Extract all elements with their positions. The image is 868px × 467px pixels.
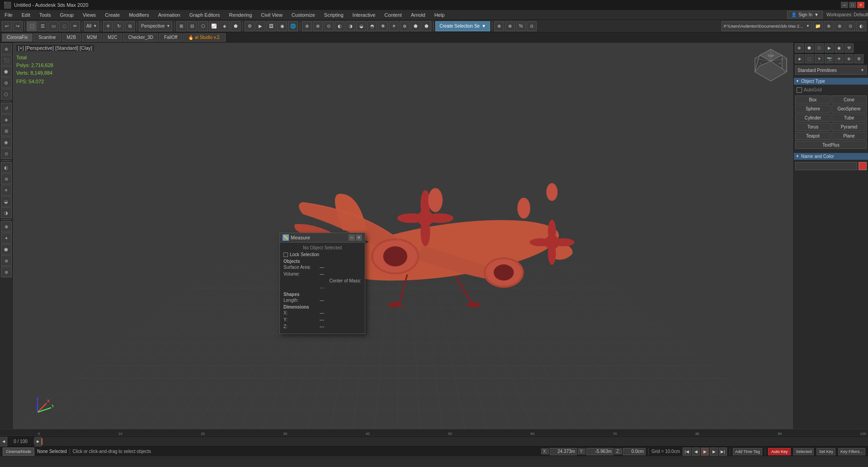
menu-animation[interactable]: Animation [154,10,185,19]
lt-btn-17[interactable]: ✦ [1,233,12,243]
sphere-button[interactable]: Sphere [795,105,830,113]
teapot-button[interactable]: Teapot [795,132,830,140]
timeline-next-btn[interactable]: ▶ [34,437,42,447]
tool12-button[interactable]: ⬟ [421,21,431,31]
lt-btn-13[interactable]: ☀ [1,185,12,195]
rp-modify-icon[interactable]: ⬟ [805,43,814,52]
set-key-button[interactable]: Set Key [816,448,835,455]
scale-button[interactable]: ⧉ [125,21,135,31]
rotate-button[interactable]: ↻ [114,21,124,31]
box-button[interactable]: Box [795,95,830,104]
rp-helpers-icon[interactable]: ✛ [835,54,844,63]
select-by-name-button[interactable]: ☰ [38,21,47,31]
pyramid-button[interactable]: Pyramid [831,123,867,131]
angle-snap-button[interactable]: ⊗ [505,21,515,31]
rp-utilities-icon[interactable]: ⚒ [844,43,854,52]
tab-coronafix[interactable]: CoronaFix [2,33,33,42]
tool2-button[interactable]: ⊗ [313,21,323,31]
tool1-button[interactable]: ⊕ [302,21,312,31]
rp-create-icon[interactable]: ⊕ [795,43,804,52]
menu-customize[interactable]: Customize [287,10,320,19]
filter-dropdown[interactable]: All ▼ [84,21,99,31]
menu-views[interactable]: Views [78,10,100,19]
lt-btn-3[interactable]: ⬟ [1,66,12,77]
rp-motion-icon[interactable]: ▶ [825,43,834,52]
goto-start-button[interactable]: |◀ [683,448,691,456]
viewport[interactable]: [+] [Perspective] [Standard] [Clay] Tota… [13,43,793,429]
coord-z-input[interactable] [623,448,646,455]
geosphere-button[interactable]: GeoSphere [831,105,867,113]
play-button[interactable]: ▶ [701,448,709,456]
title-bar-controls[interactable]: ─ □ ✕ [841,2,864,8]
rt2-button[interactable]: ⊗ [835,21,844,31]
render-button[interactable]: ▶ [255,21,265,31]
menu-help[interactable]: Help [430,10,449,19]
curve-editor-button[interactable]: 📈 [209,21,219,31]
rp-hierarchy-icon[interactable]: ⬡ [815,43,824,52]
prev-frame-button[interactable]: ◀ [692,448,700,456]
rp-shapes-icon[interactable]: ⬚ [805,54,814,63]
tab-m2m[interactable]: M2M [82,33,102,42]
layer-button[interactable]: ⬡ [198,21,208,31]
lt-btn-5[interactable]: ⬡ [1,89,12,100]
minimize-button[interactable]: ─ [841,2,848,8]
tool11-button[interactable]: ⬟ [410,21,420,31]
plane-button[interactable]: Plane [831,132,867,140]
environment-button[interactable]: 🌐 [288,21,298,31]
menu-rendering[interactable]: Rendering [225,10,257,19]
tab-m2b[interactable]: M2B [62,33,81,42]
lt-btn-8[interactable]: ⊞ [1,125,12,136]
tab-ad-studio[interactable]: 🔥 al Studio v.2. [183,33,226,42]
autogrid-checkbox[interactable] [797,87,802,93]
lt-btn-4[interactable]: ⚙ [1,77,12,88]
measure-close-button[interactable]: ✕ [356,234,362,241]
menu-modifiers[interactable]: Modifiers [124,10,154,19]
coord-y-input[interactable] [586,448,613,455]
timeline-prev-btn[interactable]: ◀ [0,437,7,447]
tool4-button[interactable]: ◐ [335,21,344,31]
color-swatch[interactable] [859,162,867,170]
textplus-button[interactable]: TextPlus [795,141,867,149]
redo-button[interactable]: ↪ [13,21,23,31]
goto-end-button[interactable]: ▶| [719,448,727,456]
tool9-button[interactable]: ☀ [389,21,399,31]
active-shade-button[interactable]: ◉ [277,21,287,31]
menu-create[interactable]: Create [100,10,124,19]
cinema-mode-button[interactable]: Cinema/Mode [3,448,34,456]
tool8-button[interactable]: ❋ [378,21,388,31]
snap-toggle-button[interactable]: ⊕ [494,21,504,31]
tab-scanline[interactable]: Scanline [33,33,61,42]
rp-standard-primitives-dropdown[interactable]: Standard Primitives ▼ [795,66,867,75]
rp-lights-icon[interactable]: ☀ [815,54,824,63]
coord-z-btn[interactable]: Z: [614,448,622,454]
path-display[interactable]: P:\Users\Avdenton\Documents\3ds Max 2020… [722,21,812,31]
add-time-tag-button[interactable]: Add Time Tag [733,448,762,455]
coord-x-btn[interactable]: X: [541,448,549,454]
menu-interactive[interactable]: Interactive [348,10,380,19]
render-setup-button[interactable]: ⚙ [245,21,255,31]
lt-btn-19[interactable]: ⊗ [1,255,12,266]
measure-titlebar[interactable]: 📏 Measure ─ ✕ [280,233,365,243]
torus-button[interactable]: Torus [795,123,830,131]
lasso-select-button[interactable]: ◌ [59,21,69,31]
close-button[interactable]: ✕ [857,2,864,8]
cylinder-button[interactable]: Cylinder [795,114,830,122]
paint-select-button[interactable]: ✏ [70,21,80,31]
menu-graph-editors[interactable]: Graph Editors [185,10,225,19]
tool10-button[interactable]: ⊛ [400,21,410,31]
menu-edit[interactable]: Edit [17,10,35,19]
menu-civil-view[interactable]: Civil View [256,10,287,19]
tool3-button[interactable]: ⊙ [324,21,334,31]
sign-in-button[interactable]: 👤 Sign In ▼ [787,11,823,19]
schematic-button[interactable]: ◈ [220,21,230,31]
material-editor-button[interactable]: ⬟ [231,21,241,31]
object-type-header[interactable]: ▼ Object Type [794,78,868,85]
name-color-header[interactable]: ▼ Name and Color [794,153,868,160]
tool6-button[interactable]: ◒ [356,21,366,31]
percent-snap-button[interactable]: % [516,21,526,31]
lt-btn-2[interactable]: ⬛ [1,55,12,66]
lt-btn-20[interactable]: ⊕ [1,267,12,277]
rp-cameras-icon[interactable]: 📷 [825,54,834,63]
menu-tools[interactable]: Tools [35,10,56,19]
view-dropdown[interactable]: Perspective ▼ [139,21,172,31]
